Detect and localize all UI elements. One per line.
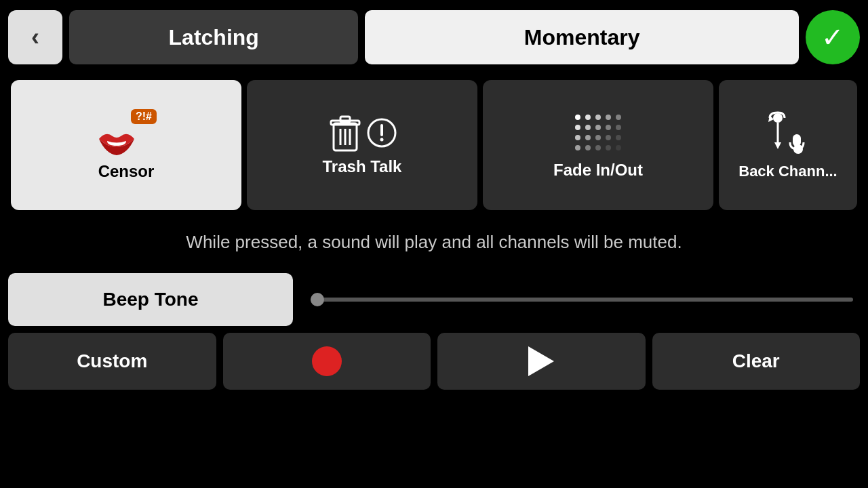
clear-button[interactable]: Clear <box>652 333 861 390</box>
svg-point-15 <box>585 125 591 130</box>
alert-icon <box>366 117 397 148</box>
svg-point-11 <box>595 115 601 120</box>
fade-icon <box>571 110 625 155</box>
svg-rect-2 <box>340 117 350 122</box>
custom-button[interactable]: Custom <box>8 333 216 390</box>
card-fade-in-out[interactable]: Fade In/Out <box>483 80 713 210</box>
svg-point-14 <box>575 125 580 130</box>
svg-point-10 <box>585 115 591 120</box>
trash-talk-label: Trash Talk <box>323 157 402 176</box>
trash-talk-icon <box>327 114 397 152</box>
fade-in-out-label: Fade In/Out <box>553 161 643 180</box>
card-back-channel[interactable]: Back Chann... <box>719 80 857 210</box>
tab-momentary[interactable]: Momentary <box>365 10 799 64</box>
bottom-section: Beep Tone Custom Clear <box>0 266 868 396</box>
beep-tone-button[interactable]: Beep Tone <box>8 273 293 326</box>
back-channel-label: Back Chann... <box>738 163 837 180</box>
svg-point-12 <box>606 115 611 120</box>
svg-point-28 <box>616 145 621 150</box>
play-icon <box>528 346 554 376</box>
cards-row: ?!# Censor Trash Talk <box>0 77 868 213</box>
svg-point-20 <box>585 135 591 140</box>
censor-icon-wrap: ?!# <box>96 109 157 157</box>
svg-point-23 <box>616 135 621 140</box>
svg-point-19 <box>575 135 580 140</box>
svg-point-22 <box>606 135 611 140</box>
back-icon: ‹ <box>31 23 39 52</box>
slider-thumb[interactable] <box>311 293 324 306</box>
checkmark-icon: ✓ <box>821 22 844 53</box>
svg-marker-31 <box>774 142 781 149</box>
play-button[interactable] <box>437 333 646 390</box>
svg-point-27 <box>606 145 611 150</box>
lips-icon <box>96 127 138 157</box>
svg-point-17 <box>606 125 611 130</box>
confirm-button[interactable]: ✓ <box>806 10 860 64</box>
beep-row: Beep Tone <box>8 273 860 326</box>
header: ‹ Latching Momentary ✓ <box>0 0 868 75</box>
svg-rect-33 <box>793 134 801 146</box>
svg-point-9 <box>575 115 580 120</box>
description-text: While pressed, a sound will play and all… <box>0 218 868 266</box>
back-channel-icon <box>764 110 812 157</box>
svg-point-18 <box>616 125 621 130</box>
slider-container <box>304 273 860 326</box>
action-row: Custom Clear <box>8 333 860 390</box>
svg-point-21 <box>595 135 601 140</box>
svg-point-8 <box>380 138 384 142</box>
censor-badge: ?!# <box>131 109 157 124</box>
censor-label: Censor <box>98 162 155 181</box>
record-icon <box>312 346 342 376</box>
svg-point-29 <box>773 113 783 123</box>
svg-point-13 <box>616 115 621 120</box>
svg-point-24 <box>575 145 580 150</box>
card-censor[interactable]: ?!# Censor <box>11 80 241 210</box>
card-trash-talk[interactable]: Trash Talk <box>247 80 477 210</box>
back-button[interactable]: ‹ <box>8 10 62 64</box>
slider-track[interactable] <box>311 298 853 302</box>
svg-point-26 <box>595 145 601 150</box>
tab-latching[interactable]: Latching <box>69 10 358 64</box>
record-button[interactable] <box>223 333 431 390</box>
svg-point-25 <box>585 145 591 150</box>
trash-icon <box>327 114 363 152</box>
svg-point-16 <box>595 125 601 130</box>
